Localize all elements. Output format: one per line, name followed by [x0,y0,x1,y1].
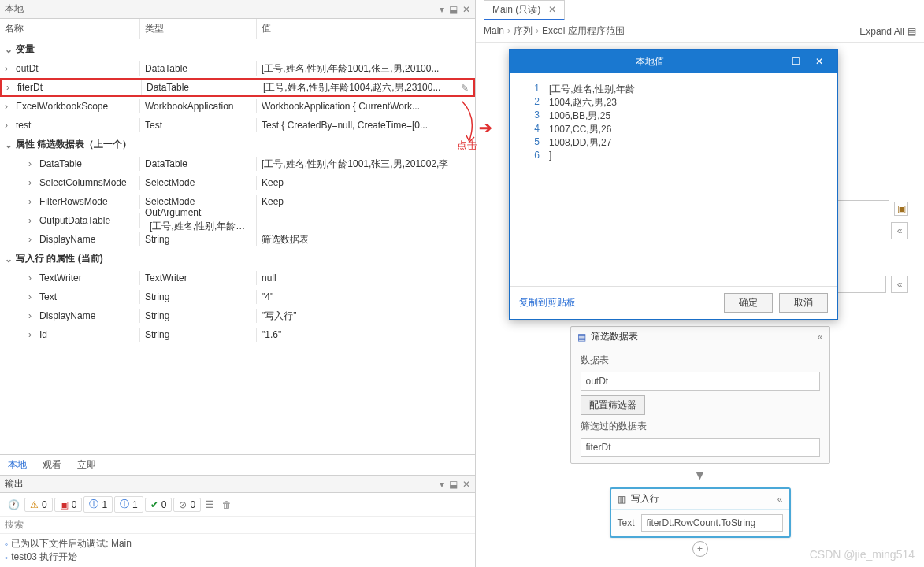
filter-warn[interactable]: ⚠0 [24,498,53,512]
breadcrumb-sep: › [507,25,510,36]
input-datatable[interactable] [581,372,820,391]
filter-icon: ▤ [577,332,586,343]
document-tabs: Main (只读) ✕ [476,0,924,20]
chevron-icon[interactable]: « [891,222,908,239]
maximize-icon[interactable]: ☐ [784,56,807,67]
configure-filter-button[interactable]: 配置筛选器 [581,395,645,415]
close-tab-icon[interactable]: ✕ [548,4,556,15]
table-row[interactable]: ›outDtDataTable[工号,姓名,性别,年龄1001,张三,男,201… [0,59,475,78]
filter-info1[interactable]: ⓘ1 [83,496,113,513]
lbl-output-dt: 筛选过的数据表 [581,420,820,433]
collapse-icon[interactable]: « [818,332,823,343]
collapse-icon[interactable]: « [777,494,783,505]
table-row[interactable]: ›DisplayNameString"写入行" [0,306,475,325]
local-value-dialog: 本地值 ☐ ✕ 1[工号,姓名,性别,年龄21004,赵六,男,2331006,… [509,49,838,320]
output-panel: 输出 ▾⬓✕ 🕐 ⚠0 ▣0 ⓘ1 ⓘ1 ✔0 ⊘0 ☰ 🗑 搜索 ◦已为以下文… [0,475,475,567]
close-icon[interactable]: ✕ [807,56,831,67]
output-line: ◦test03 执行开始 [5,550,470,564]
writeline-icon: ▥ [618,494,626,505]
writeline-text-input[interactable] [641,514,783,532]
list-icon[interactable]: ☰ [202,498,217,512]
table-row[interactable]: ›TextWriterTextWriternull [0,269,475,287]
writeline-text-label: Text [618,517,635,528]
value-line: 1[工号,姓名,性别,年龄 [521,83,826,96]
output-window-controls[interactable]: ▾⬓✕ [435,479,470,490]
dialog-body[interactable]: 1[工号,姓名,性别,年龄21004,赵六,男,2331006,BB,男,254… [510,73,837,286]
value-line: 41007,CC,男,26 [521,123,826,136]
output-line: ◦已为以下文件启动调试: Main [5,537,470,550]
tab-watch[interactable]: 观看 [35,455,69,475]
tree-group[interactable]: ⌄写入行 的属性 (当前) [0,249,475,269]
breadcrumb: Main›序列›Excel 应用程序范围 Expand All▤ [476,20,924,43]
expand-all-button[interactable]: Expand All▤ [859,26,916,37]
copy-to-clipboard-link[interactable]: 复制到剪贴板 [519,296,718,309]
value-line: 21004,赵六,男,23 [521,96,826,109]
table-row[interactable]: ›fiterDtDataTable[工号,姓名,性别,年龄1004,赵六,男,2… [0,78,475,97]
input-output-dt[interactable] [581,438,820,457]
table-row[interactable]: ›testTestTest { CreatedBy=null, CreateTi… [0,116,475,135]
output-search[interactable]: 搜索 [0,517,475,534]
locals-panel-header: 本地 ▾⬓✕ [0,0,475,19]
breadcrumb-item[interactable]: Excel 应用程序范围 [542,25,625,36]
value-line: 6] [521,150,826,161]
table-row[interactable]: ›DataTableDataTable[工号,姓名,性别,年龄1001,张三,男… [0,154,475,173]
breadcrumb-sep: › [536,25,539,36]
col-value[interactable]: 值 [257,19,475,39]
doc-tab-main[interactable]: Main (只读) ✕ [484,0,565,20]
filter-cancel[interactable]: ⊘0 [173,498,201,512]
writeline-title: 写入行 [631,492,773,506]
filter-error[interactable]: ▣0 [54,498,83,512]
lbl-datatable: 数据表 [581,354,820,367]
bottom-tabs: 本地 观看 立即 [0,454,475,475]
tab-immediate[interactable]: 立即 [69,455,104,475]
cancel-button[interactable]: 取消 [779,293,828,313]
breadcrumb-item[interactable]: Main [484,25,504,36]
locals-tree: ⌄变量›outDtDataTable[工号,姓名,性别,年龄1001,张三,男,… [0,39,475,454]
output-title: 输出 [5,477,24,491]
dialog-titlebar[interactable]: 本地值 ☐ ✕ [510,50,837,73]
table-row[interactable]: ›TextString"4" [0,287,475,306]
output-body: ◦已为以下文件启动调试: Main◦test03 执行开始 [0,534,475,567]
value-line: 31006,BB,男,25 [521,109,826,123]
dialog-title: 本地值 [516,55,784,69]
table-row[interactable]: ›IdString"1.6" [0,325,475,344]
locals-title: 本地 [5,2,435,16]
tab-local[interactable]: 本地 [0,455,35,475]
value-line: 51008,DD,男,27 [521,136,826,150]
watermark: CSDN @jie_ming514 [810,548,915,561]
tree-group[interactable]: ⌄属性 筛选数据表（上一个） [0,135,475,154]
filter-ok[interactable]: ✔0 [145,498,173,512]
table-row[interactable]: ›OutputDataTableOutArgument[工号,姓名,性别,年龄1… [0,211,475,230]
table-row[interactable]: ›DisplayNameString筛选数据表 [0,230,475,249]
folder-icon: ▤ [907,26,916,37]
trash-icon[interactable]: 🗑 [219,498,235,512]
clock-icon[interactable]: 🕐 [5,498,23,512]
ok-button[interactable]: 确定 [724,293,773,313]
locals-columns: 名称 类型 值 [0,19,475,39]
chevron-icon[interactable]: « [891,276,908,293]
output-toolbar: 🕐 ⚠0 ▣0 ⓘ1 ⓘ1 ✔0 ⊘0 ☰ 🗑 [0,493,475,517]
col-type[interactable]: 类型 [140,19,257,39]
panel-window-controls[interactable]: ▾⬓✕ [435,4,470,15]
flow-arrow-icon: ▼ [492,469,908,483]
add-activity-button[interactable]: + [692,541,708,557]
table-row[interactable]: ›SelectColumnsModeSelectModeKeep [0,173,475,192]
col-name[interactable]: 名称 [0,19,140,39]
filter-title: 筛选数据表 [591,330,813,343]
edit-icon[interactable]: ✎ [461,83,469,94]
breadcrumb-item[interactable]: 序列 [514,25,533,36]
table-row[interactable]: ›ExcelWorkbookScopeWorkbookApplicationWo… [0,97,475,116]
tree-group[interactable]: ⌄变量 [0,39,475,59]
browse-icon[interactable]: ▣ [894,202,908,216]
writeline-activity[interactable]: ▥ 写入行 « Text [610,487,791,538]
filter-info2[interactable]: ⓘ1 [114,496,143,513]
filter-activity[interactable]: ▤ 筛选数据表 « 数据表 配置筛选器 筛选过的数据表 [570,326,830,464]
